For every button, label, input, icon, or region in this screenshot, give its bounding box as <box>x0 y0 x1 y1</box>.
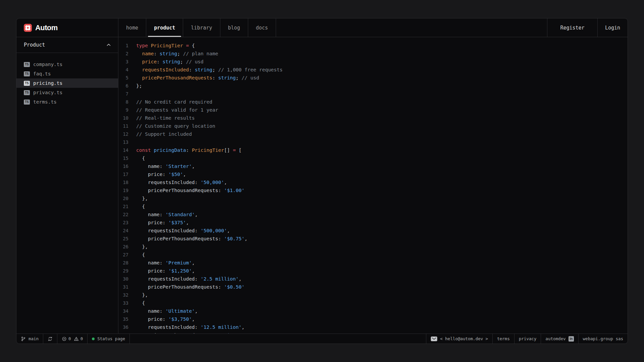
sidebar-item-faq.ts[interactable]: TSfaq.ts <box>16 69 118 78</box>
social-link[interactable]: automdev in <box>541 334 578 344</box>
code-text: name: 'Standard', <box>136 210 198 219</box>
code-line: 15 { <box>118 154 628 162</box>
file-name: pricing.ts <box>33 80 62 86</box>
line-number: 3 <box>118 58 128 66</box>
line-number: 31 <box>118 283 128 291</box>
code-text: name: 'Starter', <box>136 162 195 170</box>
sidebar-section-title: Product <box>24 42 45 48</box>
code-text: }, <box>136 291 148 299</box>
company-name: webapi.group sas <box>583 336 623 341</box>
tab-product[interactable]: product <box>146 18 183 37</box>
privacy-link[interactable]: privacy <box>514 334 541 344</box>
brand[interactable]: Autom <box>16 18 118 37</box>
status-page-label: Status page <box>97 336 125 341</box>
code-line: 3 price: string; // usd <box>118 58 628 66</box>
contact-email-segment[interactable]: < hello@autom.dev > <box>426 334 492 344</box>
code-text: }; <box>136 82 142 90</box>
diagnostics-segment[interactable]: 0 0 <box>57 334 88 344</box>
line-number: 23 <box>118 219 128 227</box>
social-handle: automdev <box>545 336 566 341</box>
code-line: 12// Support included <box>118 130 628 138</box>
code-text: { <box>136 154 145 162</box>
top-bar: Autom homeproductlibraryblogdocs Registe… <box>16 18 628 37</box>
line-number: 13 <box>118 138 128 146</box>
code-text: pricePerThousandRequests: '$0.75', <box>136 235 248 243</box>
code-line: 23 price: '$375', <box>118 219 628 227</box>
code-text: price: '$3,750', <box>136 315 195 323</box>
code-text: requestsIncluded: '2.5 million', <box>136 275 241 283</box>
line-number: 16 <box>118 162 128 170</box>
register-button[interactable]: Register <box>547 18 597 37</box>
main-nav: homeproductlibraryblogdocs <box>118 18 276 37</box>
code-text: // Support included <box>136 130 192 138</box>
code-line: 2 name: string; // plan name <box>118 50 628 58</box>
sidebar-item-pricing.ts[interactable]: TSpricing.ts <box>16 78 118 88</box>
code-text: pricePerThousandRequests: '$1.00' <box>136 186 245 194</box>
code-line: 19 pricePerThousandRequests: '$1.00' <box>118 186 628 194</box>
line-number: 2 <box>118 50 128 58</box>
line-number: 10 <box>118 114 128 122</box>
error-icon <box>62 336 67 342</box>
code-text: name: 'Premium', <box>136 259 195 267</box>
git-branch-segment[interactable]: main <box>16 334 43 344</box>
sync-segment[interactable] <box>43 334 57 344</box>
line-number: 22 <box>118 210 128 219</box>
login-button[interactable]: Login <box>597 18 628 37</box>
sidebar-item-company.ts[interactable]: TScompany.ts <box>16 60 118 69</box>
sync-icon <box>48 336 53 342</box>
code-text: requestsIncluded: '500,000', <box>136 227 230 235</box>
git-branch-icon <box>21 336 26 342</box>
tab-blog[interactable]: blog <box>220 18 248 37</box>
sidebar-item-terms.ts[interactable]: TSterms.ts <box>16 97 118 107</box>
line-number: 33 <box>118 299 128 307</box>
code-text: // Requests valid for 1 year <box>136 106 218 114</box>
code-line: 16 name: 'Starter', <box>118 162 628 170</box>
line-number: 15 <box>118 154 128 162</box>
file-name: privacy.ts <box>33 90 62 95</box>
code-text: requestsIncluded: '50,000', <box>136 178 227 186</box>
code-text: // Customize query location <box>136 122 215 130</box>
code-text: type PricingTier = { <box>136 42 195 50</box>
line-number: 9 <box>118 106 128 114</box>
code-text: price: '$1,250', <box>136 267 195 275</box>
warning-icon <box>74 336 79 342</box>
linkedin-icon: in <box>569 336 574 342</box>
line-number: 5 <box>118 74 128 82</box>
warning-count: 0 <box>80 336 83 341</box>
code-editor[interactable]: 1type PricingTier = {2 name: string; // … <box>118 37 628 334</box>
code-line: 17 price: '$50', <box>118 170 628 178</box>
line-number: 27 <box>118 251 128 259</box>
sidebar-item-privacy.ts[interactable]: TSprivacy.ts <box>16 88 118 97</box>
file-name: company.ts <box>33 62 62 67</box>
code-line: 7 <box>118 90 628 98</box>
line-number: 19 <box>118 186 128 194</box>
code-text: name: string; // plan name <box>136 50 218 58</box>
code-line: 20 }, <box>118 194 628 202</box>
line-number: 7 <box>118 90 128 98</box>
code-text: price: '$50', <box>136 170 186 178</box>
line-number: 32 <box>118 291 128 299</box>
tab-home[interactable]: home <box>118 18 146 37</box>
sidebar-section-header[interactable]: Product <box>16 37 118 53</box>
tab-docs[interactable]: docs <box>248 18 276 37</box>
line-number: 4 <box>118 66 128 74</box>
line-number: 1 <box>118 42 128 50</box>
typescript-file-icon: TS <box>24 62 30 67</box>
terms-link[interactable]: terms <box>492 334 514 344</box>
file-name: faq.ts <box>33 71 51 76</box>
sidebar: Product TScompany.tsTSfaq.tsTSpricing.ts… <box>16 37 118 334</box>
code-line: 30 requestsIncluded: '2.5 million', <box>118 275 628 283</box>
line-number: 24 <box>118 227 128 235</box>
code-line: 24 requestsIncluded: '500,000', <box>118 227 628 235</box>
code-line: 14const pricingData: PricingTier[] = [ <box>118 146 628 154</box>
line-number: 34 <box>118 307 128 315</box>
code-line: 33 { <box>118 299 628 307</box>
typescript-file-icon: TS <box>24 90 30 95</box>
code-line: 36 requestsIncluded: '12.5 million', <box>118 323 628 331</box>
code-line: 5 pricePerThousandRequests: string; // u… <box>118 74 628 82</box>
code-text: // Real-time results <box>136 114 195 122</box>
code-text: price: '$375', <box>136 219 189 227</box>
tab-library[interactable]: library <box>183 18 220 37</box>
topbar-spacer <box>276 18 547 37</box>
status-page-segment[interactable]: Status page <box>88 334 130 344</box>
